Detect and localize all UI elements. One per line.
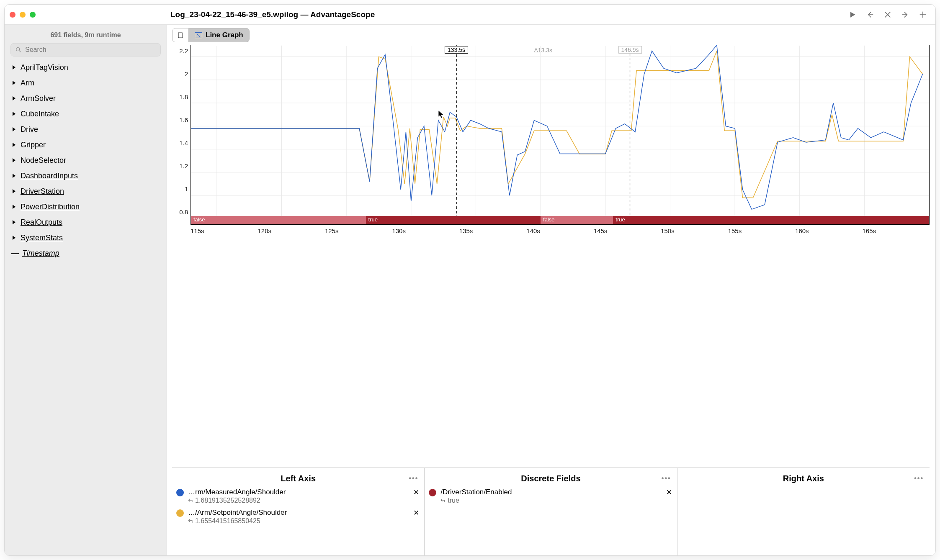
- field-tree: AprilTagVisionArmArmSolverCubeIntakeDriv…: [10, 57, 161, 265]
- play-button[interactable]: [848, 10, 857, 19]
- close-tab-button[interactable]: [883, 10, 892, 19]
- panel-more-button[interactable]: •••: [914, 475, 924, 482]
- x-tick: 120s: [258, 227, 324, 234]
- y-tick: 2: [185, 70, 188, 77]
- sidebar-item-label: DashboardInputs: [21, 172, 78, 180]
- close-icon: [883, 10, 892, 19]
- legend-color-dot: [176, 489, 184, 496]
- caret-right-icon: [11, 189, 16, 194]
- sidebar-item-cubeintake[interactable]: CubeIntake: [10, 107, 161, 121]
- legend-color-dot: [176, 509, 184, 517]
- y-tick: 1.6: [179, 116, 188, 123]
- x-tick: 130s: [392, 227, 459, 234]
- sidebar-item-dashboardinputs[interactable]: DashboardInputs: [10, 169, 161, 183]
- plus-icon: [919, 10, 927, 19]
- caret-right-icon: [11, 96, 16, 101]
- search-field[interactable]: [10, 43, 161, 57]
- svg-point-0: [16, 48, 20, 51]
- legend-value: ↵1.6554415165850425: [188, 517, 408, 525]
- chart: 2.221.81.61.41.210.8 133.5s Δ13.3s 146.9…: [172, 45, 930, 462]
- legend-item[interactable]: …/Arm/SetpointAngle/Shoulder↵1.655441516…: [176, 509, 420, 525]
- sidebar-item-drive[interactable]: Drive: [10, 123, 161, 136]
- back-button[interactable]: [866, 10, 874, 19]
- legend-remove-button[interactable]: ✕: [412, 488, 420, 497]
- panel-more-button[interactable]: •••: [409, 475, 419, 482]
- toolbar-actions: [848, 10, 930, 19]
- sidebar-item-label: ArmSolver: [21, 94, 56, 103]
- panel-discrete: Discrete Fields ••• /DriverStation/Enabl…: [425, 468, 677, 555]
- forward-button[interactable]: [901, 10, 909, 19]
- caret-right-icon: [11, 173, 16, 178]
- y-tick: 1: [185, 185, 188, 193]
- y-tick: 1.4: [179, 139, 188, 146]
- panel-left-axis: Left Axis ••• …rm/MeasuredAngle/Shoulder…: [172, 468, 425, 555]
- tab-docs[interactable]: [172, 28, 189, 42]
- x-tick: 150s: [661, 227, 728, 234]
- legend-value: ↵1.6819135252528892: [188, 496, 408, 504]
- sidebar-item-label: PowerDistribution: [21, 203, 80, 211]
- sidebar-item-armsolver[interactable]: ArmSolver: [10, 92, 161, 105]
- sidebar-item-realoutputs[interactable]: RealOutputs: [10, 216, 161, 229]
- caret-right-icon: [11, 204, 16, 209]
- search-input[interactable]: [25, 46, 156, 54]
- sidebar-item-systemstats[interactable]: SystemStats: [10, 231, 161, 245]
- legend-panels: Left Axis ••• …rm/MeasuredAngle/Shoulder…: [172, 468, 930, 555]
- window-controls: [10, 12, 45, 18]
- x-tick: 160s: [795, 227, 862, 234]
- legend-value: ↵true: [440, 496, 661, 504]
- caret-right-icon: [11, 220, 16, 225]
- sidebar-item-label: Gripper: [21, 141, 46, 149]
- leaf-dash-icon: —: [11, 249, 18, 258]
- sidebar-item-arm[interactable]: Arm: [10, 76, 161, 90]
- sidebar-item-powerdistribution[interactable]: PowerDistribution: [10, 200, 161, 214]
- legend-name: …rm/MeasuredAngle/Shoulder: [188, 488, 408, 496]
- tab-label: Line Graph: [206, 31, 243, 39]
- legend-name: …/Arm/SetpointAngle/Shoulder: [188, 509, 408, 517]
- legend-remove-button[interactable]: ✕: [412, 509, 420, 517]
- caret-right-icon: [11, 235, 16, 240]
- legend-item[interactable]: …rm/MeasuredAngle/Shoulder↵1.68191352525…: [176, 488, 420, 504]
- panel-right-axis: Right Axis •••: [677, 468, 930, 555]
- arrow-left-icon: [866, 10, 874, 19]
- zoom-window-button[interactable]: [30, 12, 36, 18]
- caret-right-icon: [11, 127, 16, 132]
- caret-right-icon: [11, 80, 16, 85]
- x-tick: 115s: [191, 227, 258, 234]
- y-tick: 2.2: [179, 47, 188, 54]
- add-tab-button[interactable]: [919, 10, 927, 19]
- sidebar-item-label: CubeIntake: [21, 110, 59, 118]
- y-axis: 2.221.81.61.41.210.8: [172, 45, 191, 225]
- y-tick: 1.2: [179, 162, 188, 170]
- sidebar-item-driverstation[interactable]: DriverStation: [10, 185, 161, 198]
- caret-right-icon: [11, 65, 16, 70]
- legend-remove-button[interactable]: ✕: [665, 488, 673, 497]
- x-tick: 135s: [459, 227, 526, 234]
- sidebar-item-gripper[interactable]: Gripper: [10, 138, 161, 152]
- legend-item[interactable]: /DriverStation/Enabled↵true✕: [429, 488, 672, 504]
- y-tick: 1.8: [179, 93, 188, 100]
- field-count-info: 691 fields, 9m runtime: [10, 29, 161, 43]
- plot-svg: [191, 45, 929, 224]
- x-tick: 155s: [728, 227, 795, 234]
- x-axis: 115s120s125s130s135s140s145s150s155s160s…: [172, 225, 930, 234]
- plot-area[interactable]: 133.5s Δ13.3s 146.9s falsetruefalsetrue: [191, 45, 930, 225]
- panel-more-button[interactable]: •••: [662, 475, 671, 482]
- caret-right-icon: [11, 111, 16, 116]
- sidebar-item-label: AprilTagVision: [21, 63, 68, 72]
- tab-bar: Line Graph: [172, 28, 930, 42]
- sidebar-item-nodeselector[interactable]: NodeSelector: [10, 154, 161, 167]
- sidebar-item-apriltagvision[interactable]: AprilTagVision: [10, 61, 161, 74]
- app-window: Log_23-04-22_15-46-39_e5.wpilog — Advant…: [4, 4, 936, 556]
- x-tick: 165s: [863, 227, 930, 234]
- cursor-delta-label: Δ13.3s: [534, 47, 552, 54]
- close-window-button[interactable]: [10, 12, 15, 18]
- panel-title: Discrete Fields: [521, 474, 580, 483]
- minimize-window-button[interactable]: [20, 12, 26, 18]
- sidebar-item-label: DriverStation: [21, 187, 64, 196]
- sidebar-item-label: NodeSelector: [21, 156, 66, 165]
- sidebar-item-label: Timestamp: [22, 249, 59, 258]
- sidebar-item-timestamp[interactable]: —Timestamp: [10, 247, 161, 260]
- tab-line-graph[interactable]: Line Graph: [189, 28, 250, 42]
- window-title: Log_23-04-22_15-46-39_e5.wpilog — Advant…: [45, 10, 848, 19]
- sidebar-item-label: SystemStats: [21, 234, 63, 242]
